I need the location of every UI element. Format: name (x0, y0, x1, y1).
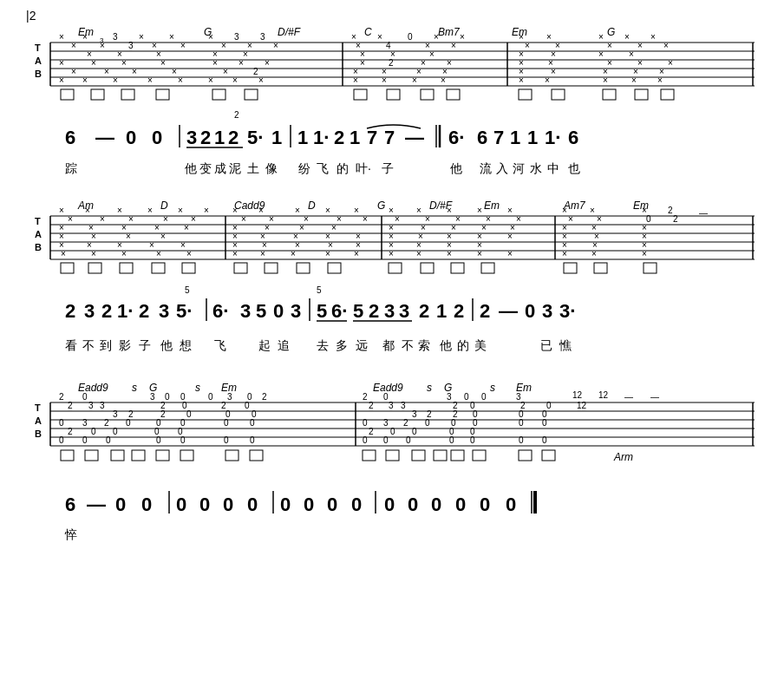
svg-text:C: C (364, 27, 372, 38)
svg-text:0: 0 (408, 494, 418, 515)
notation-1: 2 6 — 0 0 3 2 1 2 5· 1 1 (39, 109, 741, 157)
svg-text:也: 也 (568, 161, 580, 175)
svg-text:×: × (598, 32, 604, 42)
svg-text:0: 0 (390, 427, 395, 436)
svg-rect-117 (91, 89, 104, 100)
svg-text:1: 1 (350, 127, 360, 148)
svg-text:1·: 1· (313, 127, 329, 148)
svg-text:s: s (195, 382, 200, 394)
svg-rect-129 (635, 89, 648, 100)
svg-text:×: × (163, 214, 168, 224)
svg-text:0: 0 (113, 427, 118, 436)
svg-text:都: 都 (382, 338, 395, 352)
svg-text:0: 0 (470, 435, 475, 445)
svg-text:0: 0 (82, 392, 88, 402)
svg-rect-491 (61, 450, 74, 461)
svg-text:5: 5 (185, 285, 190, 295)
svg-text:×: × (389, 206, 394, 215)
svg-text:3: 3 (384, 300, 395, 322)
svg-text:已: 已 (540, 338, 552, 352)
svg-rect-502 (434, 450, 447, 461)
svg-text:×: × (147, 206, 153, 215)
svg-rect-492 (85, 450, 98, 461)
svg-text:×: × (180, 41, 186, 50)
svg-rect-312 (61, 263, 74, 273)
svg-text:×: × (258, 206, 264, 215)
svg-text:2: 2 (101, 300, 112, 322)
svg-text:×: × (416, 249, 421, 258)
svg-text:×: × (331, 223, 337, 232)
svg-text:0: 0 (180, 435, 186, 445)
svg-text:0: 0 (280, 494, 291, 515)
svg-text:×: × (545, 75, 550, 85)
svg-text:泥: 泥 (229, 161, 241, 175)
svg-text:×: × (562, 249, 567, 258)
svg-text:×: × (603, 75, 608, 85)
svg-text:Bm7: Bm7 (438, 27, 461, 38)
svg-text:A: A (35, 415, 42, 426)
svg-text:×: × (100, 214, 105, 224)
svg-rect-119 (156, 89, 169, 100)
svg-text:0: 0 (126, 418, 131, 428)
lyrics-1: 踪 他 变 成 泥 土 像 纷 飞 的 叶· 子 他 流 入 河 水 中 也 (39, 157, 741, 179)
svg-rect-122 (354, 89, 367, 100)
svg-text:—: — (624, 392, 633, 402)
svg-rect-501 (412, 450, 425, 461)
svg-text:×: × (377, 32, 382, 42)
svg-rect-116 (61, 89, 74, 100)
svg-text:×: × (624, 32, 630, 42)
svg-text:s: s (427, 382, 432, 394)
svg-rect-120 (212, 89, 225, 100)
svg-rect-316 (182, 263, 195, 273)
svg-text:0: 0 (327, 494, 337, 515)
svg-text:×: × (184, 223, 189, 232)
svg-text:2: 2 (234, 110, 239, 120)
svg-text:—: — (499, 300, 518, 322)
svg-text:—: — (405, 127, 424, 148)
svg-text:×: × (477, 249, 482, 258)
svg-text:×: × (82, 32, 88, 42)
svg-text:×: × (354, 249, 359, 258)
svg-rect-118 (121, 89, 134, 100)
section-1: T A B Em G D/#F C Bm7 Em G × (17, 27, 741, 179)
svg-text:×: × (71, 67, 76, 76)
svg-text:0: 0 (224, 418, 229, 428)
svg-text:×: × (597, 214, 602, 224)
svg-text:×: × (447, 249, 452, 258)
lyrics-2: 看 不 到 影 子 他 想 飞 起 追 去 多 远 都 不 索 他 的 美 已 (39, 334, 758, 356)
svg-text:飞: 飞 (317, 161, 329, 175)
svg-text:6: 6 (65, 494, 75, 515)
svg-text:×: × (221, 41, 226, 50)
svg-text:0: 0 (176, 494, 186, 515)
section-2: T A B Am D Cadd9 D G D/#F Em Am7 Em (17, 200, 741, 359)
svg-text:3: 3 (399, 300, 409, 322)
tab-staff-3: T A B Eadd9 s G s Em Eadd9 s G s Em (35, 381, 758, 476)
svg-text:0: 0 (525, 300, 535, 322)
svg-text:5·: 5· (247, 127, 263, 148)
svg-text:6: 6 (568, 127, 578, 148)
svg-text:2: 2 (334, 127, 344, 148)
svg-text:×: × (637, 41, 643, 50)
svg-text:0: 0 (250, 435, 255, 445)
svg-text:×: × (260, 249, 265, 258)
svg-text:×: × (91, 58, 96, 68)
svg-text:×: × (139, 32, 144, 42)
tab-staff-1: T A B Em G D/#F C Bm7 Em G × (35, 27, 758, 105)
svg-text:×: × (657, 75, 663, 85)
svg-text:×: × (295, 206, 300, 215)
svg-rect-126 (519, 89, 532, 100)
svg-text:5: 5 (353, 300, 363, 322)
svg-text:0: 0 (519, 418, 524, 428)
svg-text:他: 他 (450, 161, 462, 175)
svg-text:×: × (481, 223, 487, 232)
svg-text:×: × (61, 249, 66, 258)
svg-text:×: × (147, 75, 153, 85)
svg-rect-493 (111, 450, 124, 461)
svg-text:去: 去 (317, 338, 329, 352)
svg-rect-125 (447, 89, 460, 100)
svg-rect-313 (88, 263, 101, 273)
svg-text:2: 2 (200, 127, 211, 148)
svg-text:×: × (447, 206, 452, 215)
svg-text:美: 美 (474, 338, 487, 352)
svg-text:×: × (232, 249, 238, 258)
